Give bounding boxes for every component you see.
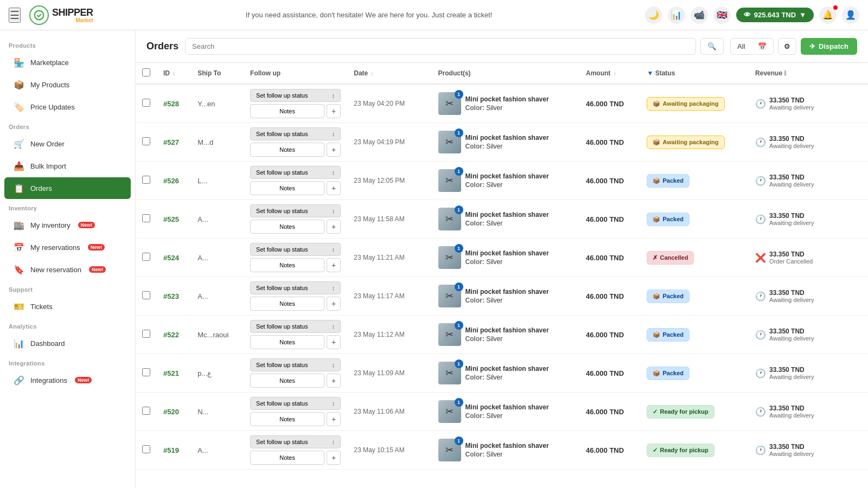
notes-add-button-7[interactable]: + [327,374,341,388]
user-avatar-button[interactable]: 👤 [842,7,859,24]
notes-add-button-4[interactable]: + [327,258,341,272]
row-status-1: 📦 Awaiting packaging [640,123,749,162]
dispatch-button[interactable]: ✈ Dispatch [801,38,857,55]
row-checkbox-9[interactable] [142,445,150,453]
product-color-1: Color: Silver [465,143,549,150]
row-followup-2: Set follow up status ↕ Notes + [244,162,347,200]
row-checkbox-5[interactable] [142,291,150,299]
row-checkbox-3[interactable] [142,214,150,222]
followup-button-3[interactable]: Set follow up status ↕ [250,204,341,217]
search-button[interactable]: 🔍 [700,38,724,55]
sidebar-item-integrations[interactable]: 🔗IntegrationsNew! [4,369,131,391]
revenue-sub-0: Awaiting delivery [769,104,814,111]
sidebar-item-tickets[interactable]: 🎫Tickets [4,296,131,317]
row-revenue-9: 🕐 33.350 TND Awaiting delivery [749,431,852,470]
badge-new-my-inventory: New! [78,222,95,228]
dark-mode-button[interactable]: 🌙 [645,7,662,24]
followup-button-6[interactable]: Set follow up status ↕ [250,320,341,333]
order-id-value-8: #520 [163,408,179,416]
row-amount-2: 46.000 TND [579,162,640,200]
sidebar-item-my-inventory[interactable]: 🏬My inventoryNew! [4,214,131,236]
advanced-filter-button[interactable]: ⚙ [778,38,796,55]
date-sort-icon[interactable]: ↕ [371,70,374,76]
followup-button-1[interactable]: Set follow up status ↕ [250,127,341,140]
notes-button-7[interactable]: Notes [250,374,324,388]
sidebar-item-price-updates[interactable]: 🏷️Price Updates [4,96,131,118]
sidebar-item-new-reservation[interactable]: 🔖New reservationNew! [4,259,131,280]
amount-sort-icon[interactable]: ↕ [614,70,616,76]
product-info-7: Mini pocket fashion shaver Color: Silver [465,365,549,381]
notes-button-1[interactable]: Notes [250,143,324,157]
row-date-8: 23 May 11:06 AM [347,393,431,431]
row-revenue-0: 🕐 33.350 TND Awaiting delivery [749,84,852,123]
revenue-icon-7: 🕐 [755,368,766,378]
search-area: 🔍 [185,38,724,55]
sidebar-item-my-reservations[interactable]: 📅My reservationsNew! [4,236,131,258]
notes-button-5[interactable]: Notes [250,297,324,311]
notes-add-button-3[interactable]: + [327,220,341,234]
product-count-4: 1 [455,244,463,253]
row-shipto-9: A... [191,431,244,470]
col-followup: Follow up [244,63,347,84]
notes-add-button-5[interactable]: + [327,297,341,311]
id-sort-icon[interactable]: ↕ [173,70,175,76]
language-flag-button[interactable]: 🇬🇧 [713,7,731,24]
search-input[interactable] [185,38,696,55]
revenue-row-9: 🕐 33.350 TND Awaiting delivery [755,443,846,457]
row-extra-1 [852,123,868,162]
notes-add-button-6[interactable]: + [327,335,341,349]
notes-button-8[interactable]: Notes [250,412,324,426]
product-row-2: ✂ 1 Mini pocket fashion shaver Color: Si… [438,169,573,192]
row-checkbox-4[interactable] [142,253,150,261]
menu-hamburger-button[interactable]: ☰ [9,8,21,23]
notes-button-3[interactable]: Notes [250,220,324,234]
row-checkbox-0[interactable] [142,99,150,107]
followup-button-5[interactable]: Set follow up status ↕ [250,281,341,294]
product-row-8: ✂ 1 Mini pocket fashion shaver Color: Si… [438,400,573,423]
notes-add-button-8[interactable]: + [327,412,341,426]
sidebar-item-dashboard[interactable]: 📊Dashboard [4,332,131,354]
row-checkbox-6[interactable] [142,330,150,338]
sidebar-item-my-products[interactable]: 📦My Products [4,74,131,95]
followup-button-0[interactable]: Set follow up status ↕ [250,89,341,102]
revenue-sub-6: Awaiting delivery [769,335,814,342]
followup-button-8[interactable]: Set follow up status ↕ [250,397,341,410]
sidebar-item-marketplace[interactable]: 🏪Marketplace [4,52,131,73]
followup-button-4[interactable]: Set follow up status ↕ [250,243,341,256]
row-extra-5 [852,277,868,316]
spreadsheet-icon-button[interactable]: 📊 [668,7,685,24]
row-checkbox-7[interactable] [142,368,150,376]
notes-add-button-1[interactable]: + [327,143,341,157]
row-checkbox-2[interactable] [142,176,150,184]
notes-button-6[interactable]: Notes [250,335,324,349]
row-amount-9: 46.000 TND [579,431,640,470]
product-thumb-6: ✂ 1 [438,323,461,346]
notes-button-0[interactable]: Notes [250,104,324,118]
followup-button-7[interactable]: Set follow up status ↕ [250,358,341,371]
followup-button-9[interactable]: Set follow up status ↕ [250,435,341,448]
notification-button[interactable]: 🔔 [819,7,837,24]
row-checkbox-1[interactable] [142,137,150,145]
product-color-0: Color: Silver [465,104,549,112]
row-status-6: 📦 Packed [640,316,749,354]
row-status-0: 📦 Awaiting packaging [640,84,749,123]
row-checkbox-8[interactable] [142,407,150,415]
notes-button-9[interactable]: Notes [250,451,324,465]
select-all-checkbox[interactable] [142,68,150,76]
sidebar-item-bulk-import[interactable]: 📥Bulk Import [4,155,131,177]
row-followup-5: Set follow up status ↕ Notes + [244,277,347,316]
row-product-4: ✂ 1 Mini pocket fashion shaver Color: Si… [432,239,579,277]
notes-button-2[interactable]: Notes [250,181,324,195]
sidebar-item-new-order[interactable]: 🛒New Order [4,133,131,155]
notes-add-button-9[interactable]: + [327,451,341,465]
notes-add-button-2[interactable]: + [327,181,341,195]
table-row: #519 A... Set follow up status ↕ Notes +… [136,431,868,470]
sidebar-item-orders[interactable]: 📋Orders [4,177,131,199]
status-filter-dropdown[interactable]: All 📅 [730,38,774,55]
notes-button-4[interactable]: Notes [250,258,324,272]
notes-add-button-0[interactable]: + [327,104,341,118]
product-thumb-5: ✂ 1 [438,285,461,307]
video-icon-button[interactable]: 📹 [691,7,708,24]
followup-button-2[interactable]: Set follow up status ↕ [250,166,341,179]
balance-button[interactable]: 👁 925.643 TND ▼ [736,8,814,22]
